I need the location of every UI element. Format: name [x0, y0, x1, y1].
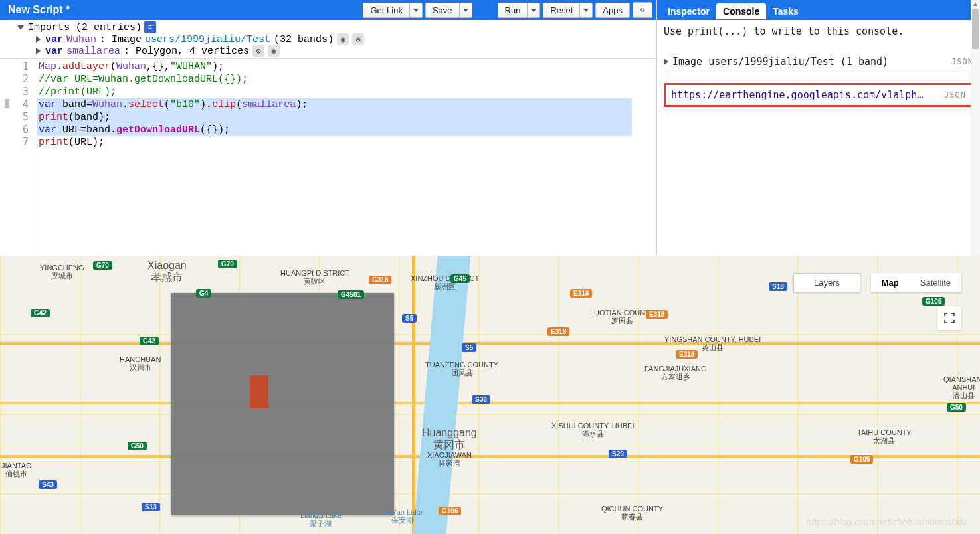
map-label: Xiaogan孝感市: [147, 260, 187, 283]
map-label: Huanggang黄冈市: [422, 427, 477, 450]
map-layer-tile: [171, 293, 394, 515]
route-shield: E318: [547, 327, 569, 336]
json-badge[interactable]: JSON: [944, 90, 966, 100]
imports-block: Imports (2 entries) ≡ var Wuhan: Image u…: [0, 20, 656, 59]
console-output: Use print(...) to write to this console.…: [657, 20, 980, 256]
watermark: https://blog.csdn.net/zhebushibiaoshifu: [807, 517, 967, 527]
route-shield: S38: [472, 395, 490, 404]
getlink-dropdown[interactable]: [409, 3, 423, 18]
settings-button[interactable]: [633, 2, 652, 18]
reset-dropdown[interactable]: [579, 3, 593, 18]
imports-header-label: Imports (2 entries): [28, 22, 142, 33]
fullscreen-button[interactable]: [937, 306, 961, 330]
route-shield: G4: [196, 289, 211, 298]
console-row-text: Image users/1999jialiu/Test (1 band): [672, 56, 888, 68]
map-label: Liangzi Lake梁子湖: [300, 511, 342, 527]
apps-button[interactable]: Apps: [595, 3, 630, 18]
route-shield: S18: [769, 282, 787, 291]
layers-button[interactable]: Layers: [793, 273, 860, 292]
visibility-icon[interactable]: ◉: [337, 33, 349, 45]
map-canvas[interactable]: YINGCHENG应城市 Xiaogan孝感市 HUANGPI DISTRICT…: [0, 256, 980, 534]
import-name: smallarea: [66, 46, 120, 57]
import-row: var smallarea: Polygon, 4 vertices ⚙ ◉: [17, 45, 654, 57]
getlink-button[interactable]: Get Link: [363, 3, 409, 18]
chevron-down-icon[interactable]: [17, 25, 24, 30]
reset-button[interactable]: Reset: [543, 3, 579, 18]
var-keyword: var: [45, 34, 63, 45]
map-label: YINGSHAN COUNTY, HUBEI英山县: [664, 335, 761, 351]
chevron-right-icon[interactable]: [36, 48, 41, 54]
layer-settings-icon[interactable]: ⚙: [352, 33, 364, 45]
map-label: YINGCHENG应城市: [40, 264, 84, 280]
save-button[interactable]: Save: [425, 3, 459, 18]
chevron-right-icon[interactable]: [664, 58, 668, 65]
map-label: LUOTIAN COUNTY罗田县: [590, 309, 654, 325]
imports-icon[interactable]: ≡: [144, 21, 156, 33]
route-shield: G70: [218, 260, 237, 268]
map-label: TUANFENG COUNTY团风县: [425, 361, 498, 377]
map-label: QIANSHAN, ANHUI潜山县: [943, 375, 980, 399]
run-dropdown[interactable]: [527, 3, 540, 18]
route-shield: S5: [402, 314, 417, 323]
route-shield: G42: [140, 337, 159, 345]
route-shield: G50: [947, 403, 966, 412]
import-row: var Wuhan: Image users/1999jialiu/Test (…: [17, 33, 654, 45]
route-shield: E318: [676, 350, 698, 359]
code-editor[interactable]: 123 4567 Map.addLayer(Wuhan,{},"WUHAN");…: [0, 59, 656, 256]
route-shield: G105: [922, 297, 945, 306]
editor-toolbar: New Script * Get Link Save Run Reset App…: [0, 0, 656, 20]
map-label: Bao'an Lake保安湖: [382, 508, 423, 524]
route-shield: G42: [31, 309, 50, 317]
line-gutter: 123 4567: [0, 59, 37, 256]
var-keyword: var: [45, 46, 63, 57]
code-area[interactable]: Map.addLayer(Wuhan,{},"WUHAN"); //var UR…: [37, 59, 656, 256]
import-path[interactable]: users/1999jialiu/Test: [145, 34, 270, 45]
download-url-link[interactable]: https://earthengine.googleapis.com/v1alp…: [671, 89, 940, 101]
tab-console[interactable]: Console: [716, 3, 766, 19]
right-panel-tabs: Inspector Console Tasks: [657, 0, 980, 20]
save-dropdown[interactable]: [459, 3, 472, 18]
route-shield: G4501: [338, 290, 364, 299]
maptype-satellite[interactable]: Satellite: [910, 273, 961, 292]
script-title: New Script *: [4, 4, 360, 16]
route-shield: G45: [450, 274, 470, 283]
map-label: XISHUI COUNTY, HUBEI浠水县: [551, 422, 635, 438]
console-row[interactable]: Image users/1999jialiu/Test (1 band) JSO…: [664, 53, 973, 71]
map-geometry-polygon[interactable]: [250, 375, 268, 408]
map-label: JIANTAO仙桃市: [1, 462, 32, 478]
map-label: FANGJIAJUXIANG方家咀乡: [644, 365, 707, 381]
route-shield: S43: [39, 480, 57, 489]
tab-inspector[interactable]: Inspector: [661, 3, 716, 19]
route-shield: G70: [93, 261, 112, 270]
gear-icon: [640, 5, 645, 15]
gutter-indicator: [5, 99, 9, 108]
map-label: TAIHU COUNTY太湖县: [857, 428, 912, 444]
route-shield: S13: [142, 503, 160, 511]
route-shield: G106: [439, 507, 461, 515]
tab-tasks[interactable]: Tasks: [766, 3, 805, 19]
map-label: XIAOJIAWAN肖家湾: [427, 451, 472, 467]
route-shield: G105: [850, 455, 873, 464]
map-label: HUANGPI DISTRICT黄陂区: [280, 269, 349, 285]
fullscreen-icon: [944, 313, 955, 323]
console-url-row: https://earthengine.googleapis.com/v1alp…: [664, 83, 973, 107]
route-shield: G50: [128, 442, 147, 450]
chevron-right-icon[interactable]: [36, 36, 41, 43]
maptype-map[interactable]: Map: [871, 273, 910, 292]
map-type-toggle: Map Satellite: [871, 273, 961, 292]
visibility-icon[interactable]: ◉: [268, 45, 280, 57]
route-shield: E318: [646, 310, 668, 319]
import-name: Wuhan: [66, 34, 96, 45]
route-shield: S29: [609, 450, 627, 458]
geometry-settings-icon[interactable]: ⚙: [252, 45, 264, 57]
map-label: HANCHUAN汉川市: [120, 355, 161, 371]
route-shield: G318: [369, 276, 391, 284]
console-hint: Use print(...) to write to this console.: [664, 25, 973, 37]
route-shield: E318: [570, 289, 592, 298]
map-label: QICHUN COUNTY蕲春县: [601, 505, 663, 521]
run-button[interactable]: Run: [498, 3, 528, 18]
route-shield: S5: [462, 343, 476, 352]
